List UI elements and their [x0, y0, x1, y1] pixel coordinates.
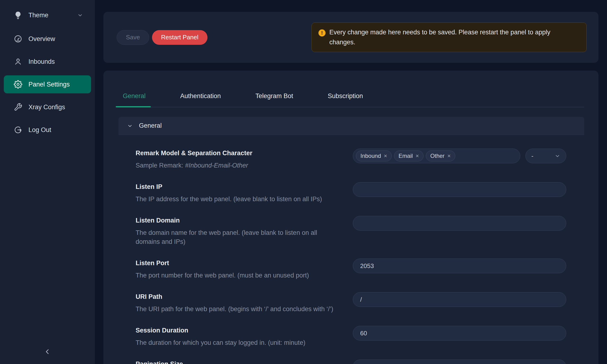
uri-path-input[interactable]	[353, 292, 566, 307]
sidebar-item-xray-configs[interactable]: Xray Configs	[4, 98, 91, 116]
field-label: Remark Model & Separation Character	[136, 149, 337, 157]
lightbulb-icon	[14, 11, 22, 19]
separator-select[interactable]: -	[526, 149, 566, 163]
panel-title: General	[139, 122, 162, 130]
user-icon	[14, 57, 22, 66]
tab-authentication[interactable]: Authentication	[176, 92, 225, 107]
general-panel: General Remark Model & Separation Charac…	[119, 117, 584, 364]
remark-model-tags-input[interactable]: Inbound× Email× Other×	[353, 149, 520, 163]
settings-card: General Authentication Telegram Bot Subs…	[103, 71, 598, 364]
gear-icon	[14, 80, 22, 89]
theme-selector[interactable]: Theme	[0, 9, 95, 22]
sidebar-item-label: Inbounds	[28, 58, 55, 65]
alert-text: Every change made here needs to be saved…	[329, 27, 571, 47]
field-description: The duration for which you can stay logg…	[136, 338, 337, 347]
field-label: Listen Domain	[136, 216, 337, 225]
listen-ip-input[interactable]	[353, 182, 566, 197]
row-session-duration: Session Duration The duration for which …	[136, 326, 566, 347]
row-pagination-size: Pagination Size	[136, 360, 566, 364]
sidebar: Theme Overview Inbounds Panel Settings X…	[0, 0, 95, 364]
field-description: The domain name for the web panel. (leav…	[136, 228, 337, 246]
row-uri-path: URI Path The URI path for the web panel.…	[136, 292, 566, 313]
general-panel-body: Remark Model & Separation Character Samp…	[119, 135, 584, 364]
main-content: Save Restart Panel ! Every change made h…	[95, 0, 607, 364]
chevron-down-icon	[127, 123, 133, 129]
tab-general[interactable]: General	[119, 92, 150, 107]
chevron-left-icon	[43, 348, 52, 356]
field-description: Sample Remark: #Inbound-Email-Other	[136, 161, 337, 170]
separator-value: -	[531, 152, 533, 160]
warning-icon: !	[318, 29, 326, 37]
chevron-down-icon	[554, 153, 560, 159]
field-description: The port number for the web panel. (must…	[136, 271, 337, 280]
restart-panel-button[interactable]: Restart Panel	[152, 30, 208, 45]
field-label: URI Path	[136, 292, 337, 301]
close-icon[interactable]: ×	[448, 153, 451, 159]
sidebar-item-inbounds[interactable]: Inbounds	[4, 52, 91, 71]
sidebar-item-label: Panel Settings	[28, 81, 70, 88]
close-icon[interactable]: ×	[416, 153, 419, 159]
sidebar-item-label: Log Out	[28, 126, 51, 134]
sidebar-item-overview[interactable]: Overview	[4, 30, 91, 48]
theme-label: Theme	[28, 12, 48, 19]
field-description: The URI path for the web panel. (begins …	[136, 304, 337, 313]
logout-icon	[14, 126, 22, 134]
wrench-icon	[14, 103, 22, 111]
save-button[interactable]: Save	[117, 30, 149, 45]
actions-card: Save Restart Panel ! Every change made h…	[103, 12, 598, 63]
field-description: The IP address for the web panel. (leave…	[136, 195, 337, 204]
field-label: Listen IP	[136, 182, 337, 191]
tag-email: Email×	[394, 151, 423, 161]
row-remark-model: Remark Model & Separation Character Samp…	[136, 149, 566, 170]
tab-telegram-bot[interactable]: Telegram Bot	[251, 92, 297, 107]
field-label: Listen Port	[136, 259, 337, 268]
field-label: Session Duration	[136, 326, 337, 335]
sidebar-collapse-button[interactable]	[38, 345, 57, 359]
sidebar-item-logout[interactable]: Log Out	[4, 121, 91, 139]
restart-warning-alert: ! Every change made here needs to be sav…	[312, 23, 587, 52]
settings-tabs: General Authentication Telegram Bot Subs…	[119, 71, 584, 107]
listen-port-input[interactable]	[353, 259, 566, 273]
general-panel-header[interactable]: General	[119, 117, 584, 135]
sample-remark-value: #Inbound-Email-Other	[185, 162, 248, 169]
sidebar-item-label: Overview	[28, 35, 55, 43]
dashboard-icon	[14, 35, 22, 43]
row-listen-domain: Listen Domain The domain name for the we…	[136, 216, 566, 246]
listen-domain-input[interactable]	[353, 216, 566, 231]
tag-inbound: Inbound×	[356, 151, 392, 161]
close-icon[interactable]: ×	[384, 153, 387, 159]
field-label: Pagination Size	[136, 360, 337, 364]
tab-subscription[interactable]: Subscription	[323, 92, 367, 107]
row-listen-port: Listen Port The port number for the web …	[136, 259, 566, 280]
sidebar-item-panel-settings[interactable]: Panel Settings	[4, 75, 91, 93]
chevron-down-icon	[77, 12, 83, 18]
tag-other: Other×	[426, 151, 455, 161]
sidebar-item-label: Xray Configs	[28, 104, 65, 111]
row-listen-ip: Listen IP The IP address for the web pan…	[136, 182, 566, 204]
session-duration-input[interactable]	[353, 326, 566, 340]
pagination-size-input[interactable]	[353, 360, 566, 364]
